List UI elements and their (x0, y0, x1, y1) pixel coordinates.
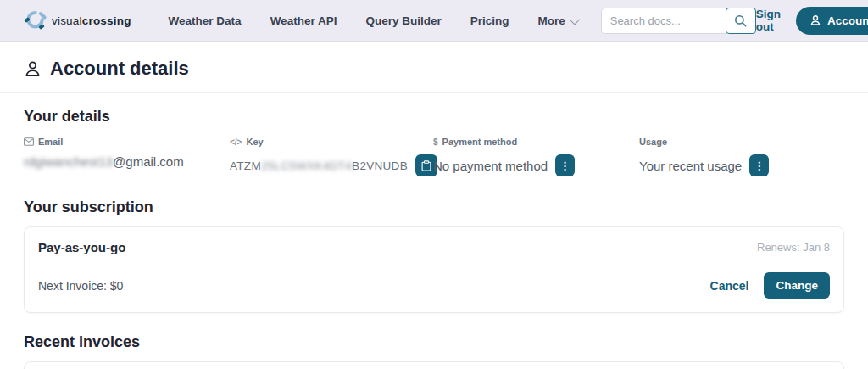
payment-method-menu-button[interactable]: ⋮ (555, 154, 575, 176)
usage-menu-button[interactable]: ⋮ (749, 154, 769, 176)
payment-method-value: No payment method ⋮ (433, 154, 639, 176)
cancel-subscription-link[interactable]: Cancel (710, 279, 749, 293)
nav-item-weather-api[interactable]: Weather API (270, 14, 337, 27)
api-key-field: </> Key ATZM25LC5WXK4DT4B2VNUDB (230, 137, 433, 176)
sign-out-link[interactable]: Sign out (756, 8, 781, 33)
envelope-icon (24, 137, 34, 146)
usage-value: Your recent usage ⋮ (639, 154, 844, 176)
docs-search (601, 8, 756, 34)
subscription-card: Pay-as-you-go Renews: Jan 8 Next Invoice… (24, 226, 844, 313)
primary-nav: Weather Data Weather API Query Builder P… (169, 14, 577, 27)
api-key-value: ATZM25LC5WXK4DT4B2VNUDB (230, 154, 433, 176)
top-navbar: visualcrossing Weather Data Weather API … (0, 0, 868, 42)
renewal-date: Renews: Jan 8 (757, 241, 830, 254)
clipboard-icon (421, 160, 431, 171)
dollar-icon: $ (433, 137, 438, 147)
nav-item-query-builder[interactable]: Query Builder (365, 14, 441, 27)
search-button[interactable] (726, 8, 756, 34)
invoices-section: Recent invoices ✓ Paid $0 Dec 8 Invoice:… (24, 333, 844, 369)
code-icon: </> (230, 137, 242, 147)
person-icon (24, 60, 42, 78)
key-label: </> Key (230, 137, 433, 147)
ellipsis-vertical-icon: ⋮ (559, 159, 570, 172)
subscription-bottom-row: Next Invoice: $0 Cancel Change (38, 272, 830, 299)
invoice-row: ✓ Paid $0 Dec 8 Invoice: DF1K4TC-0001 (24, 361, 844, 369)
navbar-right: Sign out Account (756, 7, 868, 35)
details-grid: Email rdgiwanchest13@gmail.com </> Key A… (24, 137, 844, 176)
nav-item-pricing[interactable]: Pricing (470, 14, 509, 27)
ellipsis-vertical-icon: ⋮ (754, 159, 765, 172)
your-details-section: Your details Email rdgiwanchest13@gmail.… (24, 108, 844, 176)
chevron-down-icon (569, 14, 580, 25)
page-title: Account details (24, 58, 844, 80)
account-button[interactable]: Account (796, 7, 868, 35)
subscription-section: Your subscription Pay-as-you-go Renews: … (24, 198, 844, 313)
search-input[interactable] (601, 8, 726, 34)
brand-name: visualcrossing (52, 14, 131, 27)
payment-method-field: $ Payment method No payment method ⋮ (433, 137, 639, 176)
plan-name: Pay-as-you-go (38, 240, 125, 254)
email-label: Email (24, 137, 230, 147)
search-icon (734, 14, 747, 27)
subscription-top-row: Pay-as-you-go Renews: Jan 8 (38, 240, 830, 254)
your-details-heading: Your details (24, 108, 844, 126)
invoices-heading: Recent invoices (24, 333, 844, 351)
payment-method-label: $ Payment method (433, 137, 639, 147)
account-page: Account details Your details Email rdgiw… (0, 58, 868, 369)
subscription-heading: Your subscription (24, 198, 844, 216)
email-value: rdgiwanchest13@gmail.com (24, 154, 230, 169)
nav-item-weather-data[interactable]: Weather Data (169, 14, 242, 27)
change-plan-button[interactable]: Change (764, 272, 830, 299)
subscription-actions: Cancel Change (710, 272, 830, 299)
visualcrossing-logo-icon (24, 10, 47, 31)
next-invoice: Next Invoice: $0 (38, 279, 123, 293)
nav-item-more[interactable]: More (537, 14, 576, 27)
email-field: Email rdgiwanchest13@gmail.com (24, 137, 230, 176)
usage-label: Usage (639, 137, 844, 147)
header-divider (0, 92, 868, 93)
brand-logo[interactable]: visualcrossing (24, 10, 131, 31)
person-icon (810, 14, 821, 26)
usage-field: Usage Your recent usage ⋮ (639, 137, 844, 176)
